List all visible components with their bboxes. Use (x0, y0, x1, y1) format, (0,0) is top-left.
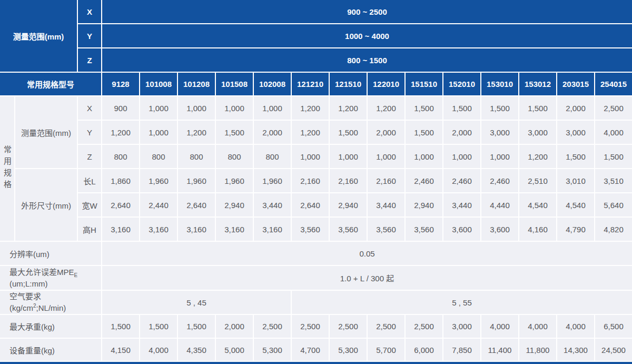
data-cell: 4,160 (519, 218, 556, 241)
data-cell: 4,540 (557, 193, 594, 217)
model-header: 121210 (292, 73, 329, 95)
data-cell: 4,440 (481, 193, 518, 217)
data-cell: 2,160 (330, 169, 367, 192)
data-cell: 3,160 (254, 218, 291, 241)
model-header: 121510 (330, 73, 367, 95)
mpe-label-line1: 最大允许误差MPEE (9, 267, 77, 278)
row-name-length: 长L (78, 169, 101, 192)
data-cell: 800 (102, 145, 139, 168)
mpe-subscript: E (74, 272, 78, 278)
data-cell: 1,000 (406, 145, 442, 168)
data-cell: 1,000 (443, 145, 480, 168)
data-cell: 3,000 (443, 315, 480, 338)
data-cell: 2,460 (406, 169, 442, 192)
data-cell: 3,600 (481, 218, 518, 241)
range-x-value: 900 ~ 2500 (102, 0, 632, 23)
data-cell: 2,640 (178, 193, 215, 217)
data-cell: 3,510 (595, 169, 632, 192)
model-header: 254015 (595, 73, 632, 95)
mpe-label-line2: (um;L:mm) (9, 278, 48, 290)
data-cell: 2,500 (330, 315, 367, 338)
data-cell: 2,640 (292, 193, 329, 217)
row-name-height: 高H (78, 218, 101, 241)
data-cell: 1,200 (102, 121, 139, 144)
data-cell: 1,500 (330, 121, 367, 144)
data-cell: 1,860 (102, 169, 139, 192)
data-cell: 3,000 (557, 121, 594, 144)
spec-table: 测量范围(mm) X Y Z 900 ~ 2500 1000 ~ 4000 80… (0, 0, 632, 364)
equipment-weight-label: 设备重量(kg) (0, 339, 101, 361)
data-cell: 3,160 (140, 218, 177, 241)
data-cell: 5,000 (216, 339, 253, 361)
data-cell: 5,700 (368, 339, 404, 361)
data-cell: 1,000 (140, 121, 177, 144)
data-cell: 2,500 (254, 315, 291, 338)
data-cell: 5,300 (254, 339, 291, 361)
data-cell: 1,500 (406, 96, 442, 120)
data-cell: 1,200 (330, 96, 367, 120)
data-cell: 4,150 (102, 339, 139, 361)
data-cell: 3,160 (216, 218, 253, 241)
data-cell: 3,160 (178, 218, 215, 241)
data-cell: 1,000 (292, 145, 329, 168)
data-cell: 4,000 (519, 315, 556, 338)
data-cell: 3,440 (443, 193, 480, 217)
data-cell: 2,940 (330, 193, 367, 217)
data-cell: 2,500 (368, 315, 404, 338)
data-cell: 1,500 (519, 96, 556, 120)
air-label-line2: (kg/cm2;NL/min) (9, 302, 66, 314)
data-cell: 1,200 (178, 121, 215, 144)
axis-label-y: Y (78, 24, 101, 47)
data-cell: 3,560 (406, 218, 442, 241)
data-cell: 2,460 (443, 169, 480, 192)
data-cell: 2,500 (595, 96, 632, 120)
data-cell: 2,000 (557, 96, 594, 120)
data-cell: 4,790 (557, 218, 594, 241)
data-cell: 1,500 (557, 145, 594, 168)
data-cell: 1,500 (178, 315, 215, 338)
row-name-y: Y (78, 121, 101, 144)
next-section-edge (0, 362, 632, 364)
data-cell: 1,960 (178, 169, 215, 192)
data-cell: 1,960 (254, 169, 291, 192)
air-value-right: 5 , 55 (292, 291, 632, 314)
data-cell: 2,160 (368, 169, 404, 192)
data-cell: 2,500 (292, 315, 329, 338)
data-cell: 2,000 (216, 315, 253, 338)
data-cell: 24,500 (595, 339, 632, 361)
data-cell: 3,600 (443, 218, 480, 241)
data-cell: 1,500 (481, 96, 518, 120)
data-cell: 1,960 (140, 169, 177, 192)
data-cell: 3,010 (557, 169, 594, 192)
data-cell: 3,560 (330, 218, 367, 241)
axis-label-x: X (78, 0, 101, 23)
data-cell: 1,200 (292, 96, 329, 120)
data-cell: 1,200 (519, 145, 556, 168)
data-cell: 3,160 (102, 218, 139, 241)
data-cell: 3,440 (254, 193, 291, 217)
data-cell: 1,500 (443, 96, 480, 120)
data-cell: 4,540 (519, 193, 556, 217)
data-cell: 1,000 (178, 96, 215, 120)
model-header: 153012 (519, 73, 556, 95)
data-cell: 4,000 (595, 121, 632, 144)
data-cell: 3,560 (368, 218, 404, 241)
data-cell: 2,940 (406, 193, 442, 217)
data-cell: 6,000 (406, 339, 442, 361)
data-cell: 5,300 (330, 339, 367, 361)
data-cell: 2,440 (140, 193, 177, 217)
data-cell: 3,000 (481, 121, 518, 144)
max-load-label: 最大承重(kg) (0, 315, 101, 338)
data-cell: 4,000 (481, 315, 518, 338)
data-cell: 1,500 (216, 121, 253, 144)
model-header: 122010 (368, 73, 404, 95)
data-cell: 2,460 (481, 169, 518, 192)
model-header: 151510 (406, 73, 442, 95)
data-cell: 800 (178, 145, 215, 168)
data-cell: 14,300 (557, 339, 594, 361)
data-cell: 1,000 (481, 145, 518, 168)
data-cell: 2,000 (254, 121, 291, 144)
model-header: 101208 (178, 73, 215, 95)
resolution-label: 分辨率(um) (0, 242, 101, 265)
data-cell: 1,200 (292, 121, 329, 144)
